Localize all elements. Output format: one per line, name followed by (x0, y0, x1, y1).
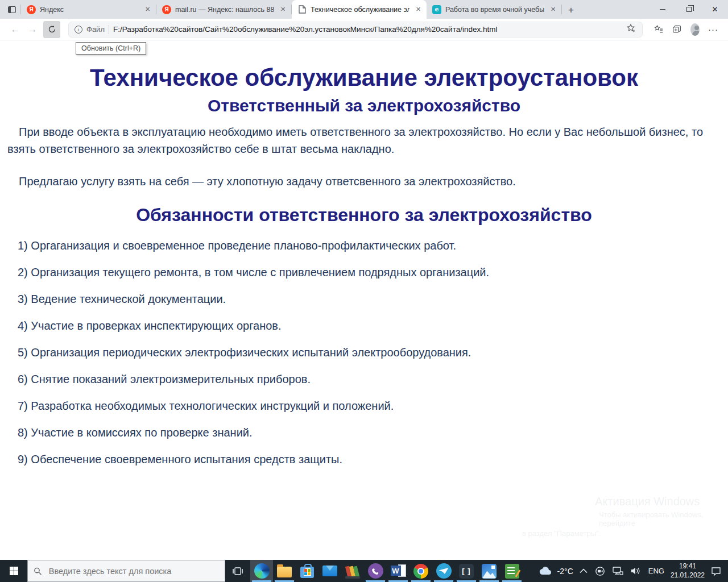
meet-now-icon (595, 566, 605, 576)
time: 19:41 (671, 562, 705, 571)
window-controls: ✕ (650, 0, 728, 19)
yandex-favicon: Я (162, 5, 171, 14)
tab-separator (291, 5, 292, 14)
minimize-icon (660, 9, 665, 10)
taskbar-app-chrome[interactable] (410, 560, 432, 582)
word-icon: W (391, 564, 406, 578)
tab-yandex[interactable]: Я Яндекс ✕ (21, 0, 156, 19)
minimize-button[interactable] (650, 0, 676, 19)
close-window-button[interactable]: ✕ (702, 0, 728, 19)
windows-logo-icon (10, 567, 18, 575)
tab-mailru[interactable]: Я mail.ru — Яндекс: нашлось 88 м ✕ (156, 0, 291, 19)
telegram-icon (436, 563, 452, 579)
taskbar-app-mail[interactable] (318, 560, 341, 582)
profile-button[interactable] (687, 22, 703, 38)
system-tray: -2°C ENG 19:41 21.01.2022 (539, 560, 728, 582)
file-explorer-icon (277, 567, 292, 577)
mail-icon (322, 566, 337, 576)
file-protocol-label: Файл (86, 25, 105, 34)
microsoft-store-icon (300, 567, 314, 578)
document-favicon (297, 5, 307, 14)
viber-icon (368, 563, 383, 579)
brackets-app-icon: [ ] (459, 564, 474, 579)
watermark-line: в раздел "Параметры". (522, 529, 715, 538)
new-tab-button[interactable]: + (563, 2, 579, 18)
taskbar-app-brackets[interactable]: [ ] (455, 560, 478, 582)
taskbar-app-photos[interactable] (478, 560, 500, 582)
settings-more-button[interactable]: ··· (705, 22, 721, 38)
clock[interactable]: 19:41 21.01.2022 (671, 562, 705, 580)
volume-button[interactable] (630, 567, 642, 575)
action-center-icon (711, 567, 721, 576)
info-icon[interactable]: i (75, 26, 82, 34)
refresh-tooltip: Обновить (Ctrl+R) (76, 42, 146, 55)
tab-title: Яндекс (40, 6, 139, 14)
web-page: Техническое обслуживание электроустаново… (0, 40, 728, 560)
taskbar-app-documents[interactable] (341, 560, 364, 582)
vertical-tabs-button[interactable] (3, 3, 20, 16)
screen: { "colors": { "heading": "#21207f", "bod… (0, 0, 728, 582)
volume-icon (631, 567, 641, 575)
temperature[interactable]: -2°C (557, 567, 573, 576)
date: 21.01.2022 (671, 571, 705, 580)
favorites-button[interactable] (651, 22, 667, 38)
taskbar-app-telegram[interactable] (432, 560, 455, 582)
refresh-button[interactable] (43, 21, 60, 38)
back-button[interactable]: ← (7, 21, 24, 38)
forward-button[interactable]: → (24, 21, 41, 38)
duty-item: 2) Организация текущего ремонта, в том ч… (18, 266, 728, 279)
browser-toolbar: ← → i Файл F:/Разработка%20сайтов/Сайт%2… (0, 19, 728, 40)
taskbar-app-notes[interactable] (500, 560, 523, 582)
duty-item: 1) Оргаганизация и своевременное проведе… (18, 239, 728, 252)
tab-separator (20, 5, 21, 14)
close-tab-icon[interactable]: ✕ (278, 5, 288, 14)
page-subtitle: Ответственный за электрохозяйство (6, 96, 722, 115)
action-center-button[interactable] (710, 567, 722, 576)
refresh-icon (48, 25, 56, 34)
chrome-icon (413, 564, 428, 579)
task-view-icon (233, 567, 243, 576)
taskbar-app-edge[interactable] (250, 560, 273, 582)
duty-item: 4) Участие в проверках инспектирующих ор… (18, 319, 728, 332)
duty-item: 6) Снятие показаний электроизмерительных… (18, 373, 728, 386)
start-button[interactable] (0, 560, 27, 582)
watermark-line: Активация Windows (595, 495, 715, 508)
address-bar[interactable]: i Файл F:/Разработка%20сайтов/Сайт%20обс… (68, 22, 643, 38)
meet-now-button[interactable] (594, 566, 606, 576)
section-heading: Обязанности ответственного за электрохоз… (6, 205, 722, 226)
taskbar-app-viber[interactable] (364, 560, 387, 582)
language-indicator[interactable]: ENG (648, 567, 664, 575)
add-favorite-icon[interactable] (626, 23, 636, 36)
search-icon (34, 567, 42, 576)
duty-item: 5) Организация периодических электрофизи… (18, 346, 728, 359)
collections-icon (672, 24, 681, 35)
yandex-favicon: Я (27, 5, 36, 14)
close-tab-icon[interactable]: ✕ (143, 5, 152, 14)
network-button[interactable] (611, 567, 624, 576)
restore-button[interactable] (676, 0, 702, 19)
page-title: Техническое обслуживание электроустаново… (6, 64, 722, 92)
search-input[interactable] (48, 566, 219, 576)
restore-icon (686, 7, 692, 12)
taskbar-app-store[interactable] (296, 560, 318, 582)
avatar (690, 23, 700, 36)
taskbar-app-file-explorer[interactable] (273, 560, 296, 582)
notes-app-icon (505, 564, 519, 579)
collections-button[interactable] (669, 22, 685, 38)
tab-work-study[interactable]: e Работа во время очной учебы ✕ (427, 0, 561, 19)
teal-site-favicon: e (432, 5, 441, 14)
tab-separator (561, 5, 562, 14)
chevron-up-icon (580, 568, 588, 573)
close-tab-icon[interactable]: ✕ (548, 5, 558, 14)
taskbar-app-word[interactable]: W (387, 560, 410, 582)
tab-active-maintenance[interactable]: Техническое обслуживание эле ✕ (292, 0, 427, 19)
photos-icon (482, 564, 497, 579)
documents-stack-icon (345, 564, 360, 579)
task-view-button[interactable] (225, 560, 250, 582)
taskbar-search[interactable] (27, 560, 225, 582)
tray-overflow-button[interactable] (578, 568, 589, 573)
url-text[interactable]: F:/Разработка%20сайтов/Сайт%20обслуживан… (113, 25, 622, 34)
close-tab-icon[interactable]: ✕ (413, 5, 423, 14)
watermark-line: Чтобы активировать Windows, перейдите (599, 510, 715, 527)
network-icon (613, 567, 623, 576)
